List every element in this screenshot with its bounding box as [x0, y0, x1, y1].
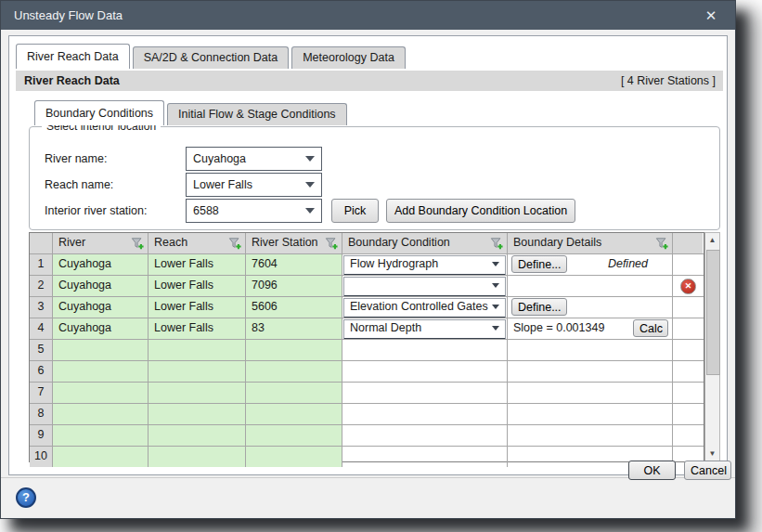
chevron-down-icon [492, 326, 499, 331]
river-station-cell[interactable] [246, 425, 342, 446]
col-header-rownum [30, 233, 53, 253]
river-cell[interactable] [53, 361, 149, 382]
river-station-cell[interactable] [246, 404, 342, 424]
river-cell[interactable]: Cuyahoga [53, 318, 149, 339]
reach-cell[interactable] [149, 340, 246, 360]
tab-boundary-conditions[interactable]: Boundary Conditions [34, 100, 164, 125]
title-bar[interactable]: Unsteady Flow Data ✕ [1, 1, 735, 30]
river-station-cell[interactable]: 7604 [246, 254, 342, 275]
section-title: River Reach Data [24, 71, 120, 91]
table-scrollbar[interactable]: ▲ ▼ [704, 232, 720, 462]
reach-cell[interactable] [149, 447, 246, 467]
tab-initial-flow-stage-conditions[interactable]: Initial Flow & Stage Conditions [167, 103, 347, 125]
scroll-down-icon[interactable]: ▼ [705, 447, 719, 461]
row-number: 9 [30, 425, 53, 446]
reach-cell[interactable]: Lower Falls [149, 318, 246, 339]
red-x-circle-icon: ✕ [680, 279, 696, 294]
boundary-condition-select[interactable]: Elevation Controlled Gates [343, 298, 506, 318]
boundary-condition-select[interactable]: Normal Depth [343, 319, 506, 339]
col-header-boundary-details[interactable]: Boundary Details [508, 233, 673, 253]
tab-sa2d-connection-data[interactable]: SA/2D & Connection Data [133, 46, 290, 69]
filter-add-icon[interactable] [325, 237, 338, 250]
river-cell[interactable]: Cuyahoga [53, 254, 149, 275]
river-name-select[interactable]: Cuyahoga [186, 147, 322, 171]
row-number: 6 [30, 361, 53, 382]
tab-meteorology-data[interactable]: Meteorology Data [291, 46, 406, 69]
boundary-condition-cell[interactable] [342, 425, 508, 446]
main-panel: River Reach DataSA/2D & Connection DataM… [8, 35, 728, 475]
define-button[interactable]: Define... [511, 255, 567, 273]
flag-cell [673, 318, 703, 339]
row-number: 1 [30, 254, 53, 275]
river-cell[interactable] [53, 404, 149, 424]
reach-cell[interactable] [149, 383, 246, 403]
river-cell[interactable] [53, 447, 149, 467]
river-station-cell[interactable] [246, 340, 342, 360]
boundary-condition-cell[interactable] [342, 404, 508, 424]
boundary-details-cell [508, 425, 673, 446]
reach-cell[interactable] [149, 425, 246, 446]
reach-cell[interactable]: Lower Falls [149, 276, 246, 296]
boundary-condition-cell[interactable] [342, 340, 508, 360]
cancel-button[interactable]: Cancel [684, 461, 731, 480]
reach-name-value: Lower Falls [193, 178, 252, 191]
river-cell[interactable]: Cuyahoga [53, 297, 149, 318]
boundary-condition-cell[interactable] [342, 361, 508, 382]
filter-add-icon[interactable] [131, 237, 144, 250]
boundary-condition-select[interactable]: Flow Hydrograph [343, 255, 506, 275]
river-cell[interactable] [53, 340, 149, 360]
reach-cell[interactable] [149, 404, 246, 424]
define-button[interactable]: Define... [511, 298, 567, 316]
river-cell[interactable] [53, 383, 149, 403]
flag-cell [673, 383, 703, 403]
table-row: 4 Cuyahoga Lower Falls 83 Normal Depth S… [30, 318, 704, 340]
reach-cell[interactable]: Lower Falls [149, 254, 246, 275]
boundary-condition-select[interactable] [343, 277, 506, 296]
filter-add-icon[interactable] [655, 237, 668, 250]
reach-name-label: Reach name: [45, 173, 113, 197]
col-header-boundary-condition[interactable]: Boundary Condition [342, 233, 508, 253]
add-boundary-condition-location-button[interactable]: Add Boundary Condition Location [386, 199, 575, 223]
filter-add-icon[interactable] [490, 237, 503, 250]
flag-cell [673, 361, 703, 382]
tab-river-reach-data[interactable]: River Reach Data [16, 44, 130, 69]
scroll-up-icon[interactable]: ▲ [705, 233, 719, 248]
table-row: 8 [30, 404, 704, 425]
filter-add-icon[interactable] [228, 237, 241, 250]
ok-button[interactable]: OK [628, 461, 676, 480]
chevron-down-icon [305, 156, 315, 162]
river-stations-count: [ 4 River Stations ] [621, 71, 716, 91]
river-station-cell[interactable]: 83 [246, 318, 342, 339]
interior-river-station-label: Interior river station: [45, 199, 147, 223]
river-cell[interactable]: Cuyahoga [53, 276, 149, 296]
calc-button[interactable]: Calc [633, 319, 668, 337]
reach-name-select[interactable]: Lower Falls [186, 173, 322, 197]
river-station-cell[interactable]: 5606 [246, 297, 342, 318]
flag-cell [673, 425, 703, 446]
reach-cell[interactable]: Lower Falls [149, 297, 246, 318]
river-station-cell[interactable] [246, 383, 342, 403]
river-station-cell[interactable] [246, 447, 342, 467]
table-row: 9 [30, 425, 704, 447]
col-header-reach[interactable]: Reach [149, 233, 246, 253]
interior-river-station-row: Interior river station: 6588 Pick Add Bo… [30, 199, 719, 223]
row-number: 7 [30, 383, 53, 403]
river-station-cell[interactable] [246, 361, 342, 382]
river-cell[interactable] [53, 425, 149, 446]
row-number: 4 [30, 318, 53, 339]
interior-river-station-select[interactable]: 6588 [186, 199, 322, 223]
sub-tab-strip: Boundary ConditionsInitial Flow & Stage … [34, 100, 350, 124]
reach-cell[interactable] [149, 361, 246, 382]
scrollbar-thumb[interactable] [706, 250, 720, 375]
pick-button[interactable]: Pick [331, 199, 379, 223]
question-circle-icon[interactable]: ? [16, 487, 36, 508]
river-station-cell[interactable]: 7096 [246, 276, 342, 296]
col-header-river-station[interactable]: River Station [246, 233, 342, 253]
boundary-condition-cell[interactable] [342, 447, 508, 467]
boundary-condition-cell[interactable] [342, 383, 508, 403]
table-row: 6 [30, 361, 704, 383]
col-header-river[interactable]: River [53, 233, 149, 253]
main-tab-strip: River Reach DataSA/2D & Connection DataM… [16, 44, 408, 68]
boundary-details-cell: Define... Defined [508, 254, 673, 275]
close-icon[interactable]: ✕ [696, 1, 726, 30]
